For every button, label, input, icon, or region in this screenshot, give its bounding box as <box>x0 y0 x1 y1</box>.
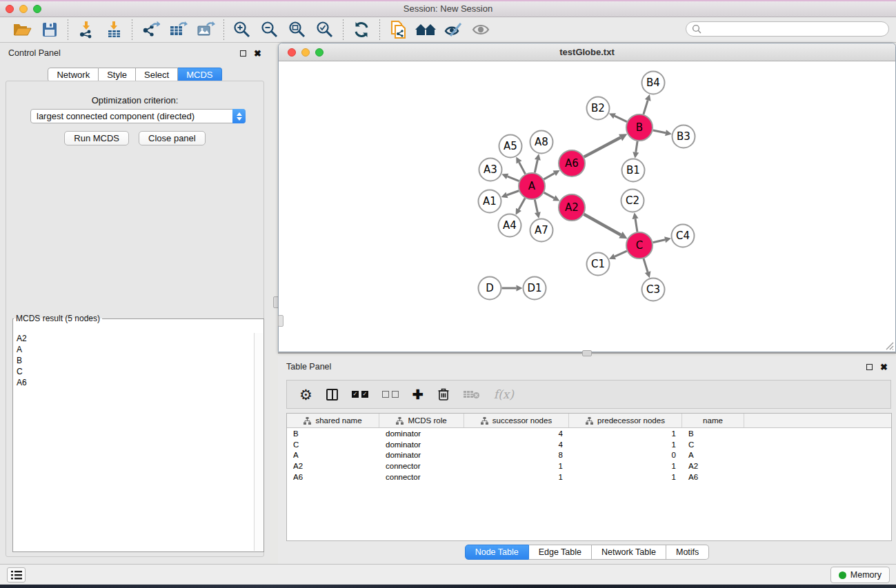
table-row[interactable]: A2connector11A2 <box>287 460 891 472</box>
edge-A6-B[interactable] <box>584 138 621 157</box>
graph-node-D1[interactable]: D1 <box>524 277 546 300</box>
edge-A-A2[interactable] <box>544 192 555 198</box>
zoom-out-button[interactable] <box>256 19 283 41</box>
graph-node-C2[interactable]: C2 <box>621 190 644 212</box>
result-item[interactable]: C <box>14 366 254 377</box>
tab-style[interactable]: Style <box>99 68 136 82</box>
float-panel-icon[interactable] <box>240 50 246 57</box>
duplicate-network-button[interactable] <box>384 19 412 41</box>
graph-node-B4[interactable]: B4 <box>642 72 665 94</box>
function-builder-button[interactable]: f(x) <box>494 387 514 401</box>
network-canvas[interactable]: B4B2BB3A5A8A6B1A3AC2A1A2A4A7C4CC1C3DD1 <box>279 61 895 352</box>
table-row[interactable]: Adominator80A <box>287 449 891 460</box>
edge-C-C4[interactable] <box>653 240 666 243</box>
edge-A-A5[interactable] <box>519 162 525 174</box>
graph-node-B2[interactable]: B2 <box>587 97 610 120</box>
criterion-dropdown[interactable]: largest connected component (directed) <box>30 109 246 123</box>
graph-node-A4[interactable]: A4 <box>499 214 521 237</box>
edge-A-A1[interactable] <box>507 191 519 195</box>
task-history-button[interactable] <box>7 567 26 582</box>
run-mcds-button[interactable]: Run MCDS <box>64 131 129 145</box>
edge-A-A7[interactable] <box>535 200 537 213</box>
graph-node-A[interactable]: A <box>519 173 545 199</box>
graph-node-A2[interactable]: A2 <box>559 194 585 221</box>
tab-edge-table[interactable]: Edge Table <box>529 545 592 560</box>
edge-A-A8[interactable] <box>535 160 537 173</box>
result-item[interactable]: A6 <box>14 377 254 388</box>
tab-mcds[interactable]: MCDS <box>178 68 221 82</box>
column-header-successor-nodes[interactable]: successor nodes <box>464 414 569 427</box>
search-field[interactable] <box>686 21 889 37</box>
remove-table-button[interactable] <box>464 389 480 399</box>
home-layout-button[interactable] <box>412 19 439 41</box>
edge-B-B3[interactable] <box>653 130 666 133</box>
float-panel-icon[interactable] <box>866 364 873 370</box>
column-header-predecessor-nodes[interactable]: predecessor nodes <box>569 414 682 427</box>
edge-B-B1[interactable] <box>636 141 637 152</box>
close-panel-icon[interactable]: ✖ <box>880 363 888 372</box>
resize-grip-icon[interactable] <box>884 341 894 350</box>
graph-node-A5[interactable]: A5 <box>499 135 522 158</box>
zoom-selected-button[interactable] <box>311 19 339 41</box>
close-panel-button[interactable]: Close panel <box>139 131 206 145</box>
graph-node-A1[interactable]: A1 <box>479 190 501 213</box>
graph-node-A6[interactable]: A6 <box>559 150 585 176</box>
result-item[interactable]: A2 <box>14 333 254 344</box>
graph-node-A7[interactable]: A7 <box>530 219 553 242</box>
tab-network-table[interactable]: Network Table <box>592 545 666 560</box>
edge-B-B2[interactable] <box>615 116 627 121</box>
table-row[interactable]: Bdominator41B <box>287 428 891 439</box>
edge-A-A6[interactable] <box>544 173 554 179</box>
select-all-button[interactable]: ✓✓ <box>352 391 368 398</box>
tab-node-table[interactable]: Node Table <box>465 545 529 560</box>
save-session-button[interactable] <box>36 19 63 41</box>
graph-node-A3[interactable]: A3 <box>479 159 502 181</box>
edge-A-A4[interactable] <box>519 198 525 209</box>
graph-node-B1[interactable]: B1 <box>622 159 645 182</box>
edge-C-C2[interactable] <box>635 219 637 232</box>
graph-node-C[interactable]: C <box>626 232 653 258</box>
graph-node-C1[interactable]: C1 <box>587 253 610 276</box>
tab-select[interactable]: Select <box>136 68 178 82</box>
table-row[interactable]: A6connector11A6 <box>287 472 891 483</box>
deselect-all-button[interactable] <box>382 391 399 398</box>
tab-network[interactable]: Network <box>48 68 99 82</box>
column-header-name[interactable]: name <box>682 414 744 427</box>
search-input[interactable] <box>705 24 883 34</box>
import-table-button[interactable] <box>100 19 128 41</box>
graph-node-D[interactable]: D <box>479 277 501 300</box>
edge-A2-C[interactable] <box>584 214 621 235</box>
graph-node-A8[interactable]: A8 <box>530 131 553 154</box>
memory-button[interactable]: Memory <box>830 567 890 583</box>
delete-column-button[interactable] <box>437 387 450 401</box>
result-item[interactable]: A <box>14 344 254 355</box>
column-header-MCDS-role[interactable]: MCDS role <box>379 414 464 427</box>
graph-node-B3[interactable]: B3 <box>673 125 695 148</box>
zoom-fit-button[interactable] <box>283 19 311 41</box>
add-column-button[interactable]: ✚ <box>412 388 424 401</box>
refresh-button[interactable] <box>348 19 375 41</box>
export-table-button[interactable] <box>164 19 192 41</box>
import-network-button[interactable] <box>72 19 100 41</box>
result-scrollbar[interactable] <box>254 333 263 551</box>
export-network-button[interactable] <box>137 19 164 41</box>
show-details-button[interactable] <box>467 19 495 41</box>
close-panel-icon[interactable]: ✖ <box>254 49 261 58</box>
tab-motifs[interactable]: Motifs <box>666 545 709 560</box>
table-row[interactable]: Cdominator41C <box>287 439 891 450</box>
split-view-button[interactable] <box>326 389 338 401</box>
result-item[interactable]: B <box>14 355 254 366</box>
zoom-in-button[interactable] <box>228 19 256 41</box>
horizontal-splitter-grip[interactable] <box>582 350 592 356</box>
export-image-button[interactable] <box>192 19 219 41</box>
graph-node-B[interactable]: B <box>626 114 653 141</box>
edge-B-B4[interactable] <box>644 100 648 114</box>
graph-node-C4[interactable]: C4 <box>672 225 695 247</box>
hide-details-button[interactable] <box>439 19 467 41</box>
table-settings-button[interactable]: ⚙ <box>299 387 312 402</box>
open-file-button[interactable] <box>8 19 36 41</box>
edge-A-A3[interactable] <box>508 176 519 181</box>
column-header-shared-name[interactable]: shared name <box>287 414 379 427</box>
edge-C-C1[interactable] <box>615 251 627 256</box>
edge-C-C3[interactable] <box>644 258 648 272</box>
